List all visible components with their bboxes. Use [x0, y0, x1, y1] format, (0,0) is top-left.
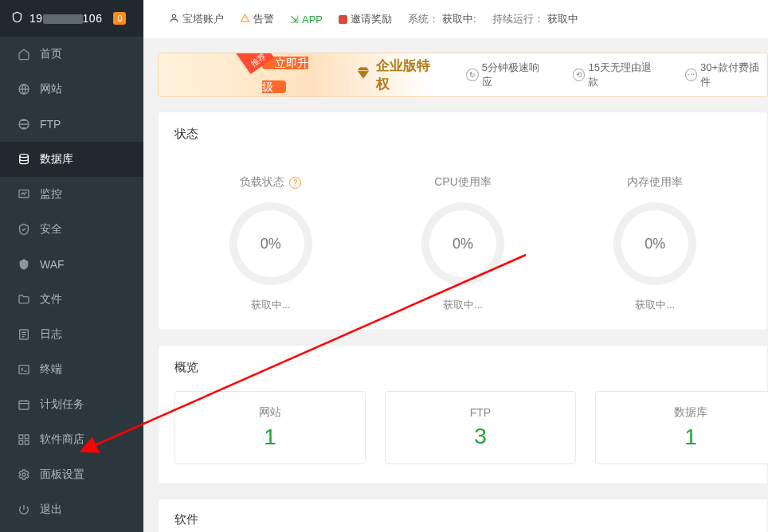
- gauge-ring: 0%: [613, 202, 696, 285]
- monitor-icon: [18, 188, 30, 201]
- sidebar-item-settings[interactable]: 面板设置: [0, 457, 143, 492]
- software-title: 软件: [174, 512, 751, 532]
- refund-icon: ⟲: [573, 68, 586, 81]
- overview-ftp[interactable]: FTP 3: [385, 391, 576, 464]
- home-icon: [18, 48, 30, 61]
- database-icon: [18, 153, 30, 166]
- shield-icon: [18, 258, 30, 271]
- sidebar-item-label: 文件: [40, 292, 62, 307]
- topbar-uptime: 持续运行： 获取中: [492, 12, 578, 26]
- overview-title: 概览: [174, 360, 751, 380]
- sidebar-item-label: WAF: [40, 258, 65, 271]
- software-card: 软件: [158, 499, 768, 532]
- svg-point-11: [22, 473, 25, 476]
- perk-plugins: ⋯ 30+款付费插件: [685, 61, 767, 89]
- overview-database[interactable]: 数据库 1: [595, 391, 768, 464]
- topbar-system: 系统： 获取中:: [408, 12, 476, 26]
- sidebar-item-logout[interactable]: 退出: [0, 492, 143, 527]
- sidebar-item-files[interactable]: 文件: [0, 282, 143, 317]
- sidebar-item-security[interactable]: 安全: [0, 212, 143, 247]
- app-icon: ⇲: [290, 14, 299, 25]
- svg-point-12: [172, 14, 175, 18]
- sidebar-item-website[interactable]: 网站: [0, 72, 143, 107]
- alert-icon: [240, 13, 250, 25]
- sidebar: 19106 0 首页 网站 FTP 数据库 监控 安全 WAF 文件 日志: [0, 0, 143, 532]
- topbar-account[interactable]: 宝塔账户: [169, 12, 224, 26]
- help-icon[interactable]: ?: [289, 177, 301, 189]
- apps-icon: [18, 433, 30, 446]
- gauge-ring: 0%: [229, 202, 312, 285]
- log-icon: [18, 328, 30, 341]
- svg-rect-8: [25, 435, 29, 439]
- diamond-icon: [355, 65, 371, 85]
- sidebar-item-label: 终端: [40, 362, 62, 377]
- overview-card: 概览 网站 1 FTP 3 数据库 1: [158, 345, 768, 484]
- folder-icon: [18, 293, 30, 306]
- sidebar-item-logs[interactable]: 日志: [0, 317, 143, 352]
- topbar-app[interactable]: ⇲ APP: [290, 14, 323, 25]
- sidebar-item-ftp[interactable]: FTP: [0, 107, 143, 142]
- clock-icon: ↻: [466, 68, 479, 81]
- status-title: 状态: [174, 127, 751, 147]
- svg-point-2: [20, 155, 29, 158]
- topbar: 宝塔账户 告警 ⇲ APP 邀请奖励 系统： 获取中: 持续运行： 获取中: [143, 0, 768, 38]
- topbar-alert[interactable]: 告警: [240, 12, 274, 26]
- sidebar-item-label: 日志: [40, 327, 62, 342]
- svg-rect-5: [19, 366, 29, 374]
- sidebar-item-label: 软件商店: [40, 432, 84, 447]
- sidebar-item-label: 网站: [40, 82, 62, 96]
- upgrade-button[interactable]: 立即升级: [262, 57, 308, 93]
- sidebar-item-home[interactable]: 首页: [0, 37, 143, 72]
- sidebar-item-label: 计划任务: [40, 397, 84, 412]
- sidebar-item-label: 退出: [40, 503, 62, 517]
- shield-check-icon: [18, 223, 30, 236]
- power-icon: [18, 503, 30, 516]
- sidebar-item-cron[interactable]: 计划任务: [0, 387, 143, 422]
- enterprise-privilege[interactable]: 企业版特权: [355, 57, 441, 93]
- upgrade-wrap: 推荐 立即升级: [262, 53, 330, 97]
- gift-icon: [339, 15, 347, 24]
- user-icon: [169, 13, 179, 25]
- gauge-cpu: CPU使用率 0% 获取中...: [366, 175, 558, 312]
- topbar-invite[interactable]: 邀请奖励: [339, 12, 392, 26]
- gauge-load: 负载状态 ? 0% 获取中...: [174, 175, 366, 312]
- status-card: 状态 负载状态 ? 0% 获取中... CPU使用率 0% 获取中... 内存使…: [158, 111, 768, 331]
- sidebar-item-monitor[interactable]: 监控: [0, 177, 143, 212]
- gauge-ring: 0%: [421, 202, 504, 285]
- svg-rect-7: [19, 435, 23, 439]
- svg-rect-6: [19, 401, 29, 409]
- plugin-icon: ⋯: [685, 68, 698, 81]
- sidebar-item-waf[interactable]: WAF: [0, 247, 143, 282]
- globe-icon: [18, 83, 30, 96]
- sidebar-item-label: 数据库: [40, 152, 73, 166]
- perk-fast-response: ↻ 5分钟极速响应: [466, 61, 547, 89]
- sidebar-item-label: 面板设置: [40, 467, 84, 482]
- panel-logo-icon: [11, 11, 23, 25]
- sidebar-item-label: 首页: [40, 47, 62, 61]
- svg-rect-10: [25, 440, 29, 444]
- promo-banner: 推荐 立即升级 企业版特权 ↻ 5分钟极速响应 ⟲ 15天无理由退款 ⋯ 30+…: [158, 53, 768, 97]
- perk-refund: ⟲ 15天无理由退款: [573, 61, 660, 89]
- network-icon: [18, 118, 30, 131]
- sidebar-item-label: 监控: [40, 187, 62, 201]
- main-area: 宝塔账户 告警 ⇲ APP 邀请奖励 系统： 获取中: 持续运行： 获取中 推荐: [143, 0, 768, 532]
- sidebar-item-appstore[interactable]: 软件商店: [0, 422, 143, 457]
- sidebar-item-database[interactable]: 数据库: [0, 142, 143, 177]
- server-ip: 19106: [29, 12, 102, 25]
- sidebar-item-label: 安全: [40, 222, 62, 237]
- calendar-icon: [18, 398, 30, 411]
- svg-rect-9: [19, 440, 23, 444]
- overview-website[interactable]: 网站 1: [174, 391, 366, 464]
- sidebar-item-terminal[interactable]: 终端: [0, 352, 143, 387]
- notification-badge[interactable]: 0: [113, 12, 126, 25]
- terminal-icon: [18, 363, 30, 376]
- gear-icon: [18, 468, 30, 481]
- gauge-mem: 内存使用率 0% 获取中...: [559, 175, 751, 312]
- sidebar-header: 19106 0: [0, 0, 143, 37]
- sidebar-item-label: FTP: [40, 118, 61, 131]
